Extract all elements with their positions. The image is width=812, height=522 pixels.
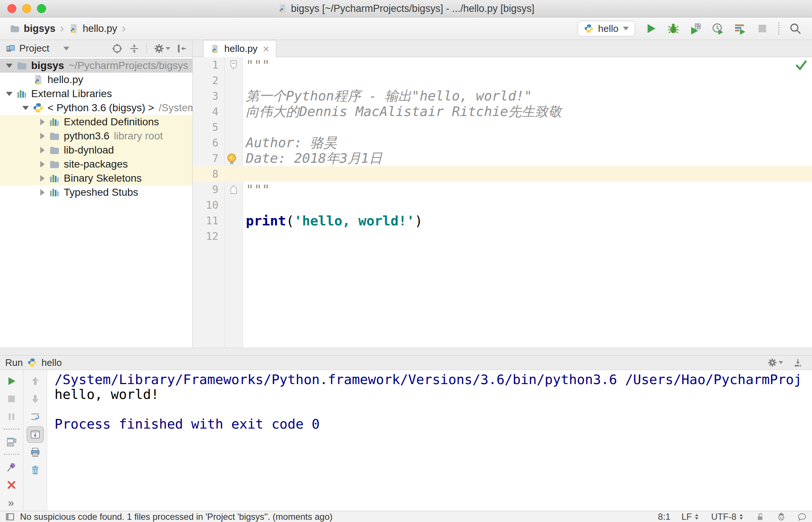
hide-panel-button[interactable] — [176, 42, 187, 56]
run-panel-title[interactable]: Run — [5, 357, 23, 369]
tree-item-hello-py[interactable]: hello.py — [0, 73, 192, 87]
fold-marker-start-icon[interactable] — [224, 60, 243, 70]
search-everywhere-button[interactable] — [788, 22, 802, 36]
scroll-to-end-button[interactable] — [27, 426, 44, 443]
tree-collapsed-arrow-icon[interactable] — [36, 132, 47, 141]
tree-item-label: bigsys — [31, 60, 64, 72]
intention-bulb-icon[interactable] — [225, 152, 239, 166]
stop-button[interactable] — [755, 22, 769, 36]
lib-icon — [49, 173, 60, 184]
tree-collapsed-arrow-icon[interactable] — [36, 174, 47, 183]
code-line-7[interactable]: 7Date: 2018年3月1日 — [193, 151, 812, 166]
line-number: 3 — [193, 90, 224, 102]
pin-tab-button[interactable] — [3, 459, 20, 475]
lock-widget[interactable] — [756, 512, 765, 522]
inspections-ok-icon[interactable] — [795, 59, 808, 71]
tree-item-external-libraries[interactable]: External Libraries — [0, 87, 192, 101]
tree-item-extended-definitions[interactable]: Extended Definitions — [0, 115, 192, 129]
feedback-widget[interactable] — [797, 512, 807, 522]
hide-button[interactable] — [793, 356, 803, 370]
tree-expanded-arrow-icon[interactable] — [20, 103, 31, 112]
tree-item-python3-6[interactable]: python3.6library root — [0, 129, 192, 143]
tree-item-typeshed-stubs[interactable]: Typeshed Stubs — [0, 185, 192, 199]
console-output[interactable]: /System/Library/Frameworks/Python.framew… — [47, 370, 812, 511]
breadcrumb-item-hello-py[interactable]: hello.py — [69, 23, 117, 34]
up-the-stack-trace-button[interactable] — [27, 373, 44, 389]
line-number: 8 — [193, 168, 224, 180]
code-line-8[interactable]: 8 — [193, 166, 812, 182]
python-file-icon — [278, 4, 287, 13]
rerun-button[interactable] — [3, 373, 20, 389]
locate-button[interactable] — [112, 42, 123, 56]
soft-wrap-button[interactable] — [27, 409, 44, 425]
run-button[interactable] — [644, 22, 658, 36]
tree-item-bigsys[interactable]: bigsys~/PycharmProjects/bigsys — [0, 59, 192, 73]
play-icon — [645, 22, 657, 35]
code-line-2[interactable]: 2 — [193, 73, 812, 88]
tab-hello-py[interactable]: hello.py × — [203, 40, 276, 57]
status-message[interactable]: No suspicious code found. 1 files proces… — [20, 512, 333, 522]
splitter[interactable] — [0, 348, 812, 355]
more-button[interactable]: » — [3, 495, 20, 511]
tree-item-site-packages[interactable]: site-packages — [0, 157, 192, 171]
highlighting-level-widget[interactable] — [776, 512, 786, 522]
tree-collapsed-arrow-icon[interactable] — [36, 188, 47, 197]
close-tab-icon[interactable]: × — [263, 43, 270, 54]
code-line-6[interactable]: 6Author: 骆昊 — [193, 135, 812, 151]
code-line-11[interactable]: 11print('hello, world!') — [193, 213, 812, 228]
run-with-coverage-button[interactable] — [689, 22, 703, 36]
tree-item-lib-dynload[interactable]: lib-dynload — [0, 143, 192, 157]
tree-expanded-arrow-icon[interactable] — [4, 89, 15, 98]
editor[interactable]: 1"""23第一个Python程序 - 输出"hello, world!"4向伟… — [193, 57, 812, 348]
code-line-3[interactable]: 3第一个Python程序 - 输出"hello, world!" — [193, 88, 812, 104]
tree-item-python-3-6-bigsys[interactable]: < Python 3.6 (bigsys) >/System — [0, 101, 192, 115]
debug-button[interactable] — [666, 22, 680, 36]
code-segment: """ — [246, 182, 270, 197]
code-text: Date: 2018年3月1日 — [243, 149, 382, 168]
code-line-9[interactable]: 9""" — [193, 182, 812, 197]
python-icon — [33, 102, 44, 113]
run-configuration-select[interactable]: hello — [578, 21, 635, 36]
updown-arrows-icon — [738, 513, 745, 521]
tree-collapsed-arrow-icon[interactable] — [36, 118, 47, 126]
toolbar-separator — [4, 454, 19, 457]
tool-window-switcher-icon[interactable] — [5, 512, 15, 522]
tree-collapsed-arrow-icon[interactable] — [36, 160, 47, 169]
tree-item-binary-skeletons[interactable]: Binary Skeletons — [0, 171, 192, 185]
tree-arrow-spacer — [20, 75, 31, 84]
caret-position-widget[interactable]: 8:1 — [658, 512, 670, 522]
encoding-widget[interactable]: UTF-8 — [711, 512, 745, 522]
close-button[interactable] — [3, 477, 20, 493]
code-line-10[interactable]: 10 — [193, 197, 812, 213]
breadcrumb-item-bigsys[interactable]: bigsys — [10, 23, 56, 34]
settings-button[interactable] — [767, 356, 783, 370]
code-line-5[interactable]: 5 — [193, 119, 812, 135]
code-segment: Author: 骆昊 — [246, 135, 337, 150]
zoom-window-button[interactable] — [37, 4, 46, 13]
minimize-window-button[interactable] — [22, 4, 31, 13]
tree-item-label: site-packages — [64, 158, 128, 170]
fold-start-icon[interactable] — [229, 60, 238, 70]
fold-end-icon[interactable] — [229, 184, 238, 195]
project-tree[interactable]: bigsys~/PycharmProjects/bigsyshello.pyEx… — [0, 57, 192, 199]
close-window-button[interactable] — [7, 4, 16, 13]
code-line-4[interactable]: 4向伟大的Dennis MacAlistair Ritchie先生致敬 — [193, 104, 812, 119]
chevron-down-icon[interactable] — [63, 47, 69, 50]
clear-all-button[interactable] — [27, 462, 44, 478]
restore-layout-button[interactable] — [3, 434, 20, 450]
fold-marker-end-icon[interactable] — [224, 184, 243, 195]
concurrency-diagram-button[interactable] — [733, 22, 747, 36]
stop-button[interactable] — [3, 391, 20, 407]
tree-expanded-arrow-icon[interactable] — [4, 61, 15, 70]
down-the-stack-trace-button[interactable] — [27, 391, 44, 407]
profile-button[interactable] — [711, 22, 725, 36]
code-line-1[interactable]: 1""" — [193, 57, 812, 73]
pause-output-button[interactable] — [3, 409, 20, 425]
code-line-12[interactable]: 12 — [193, 228, 812, 244]
settings-button[interactable] — [154, 42, 170, 56]
tree-collapsed-arrow-icon[interactable] — [36, 146, 47, 155]
line-separator-widget[interactable]: LF — [681, 512, 700, 522]
print-button[interactable] — [27, 444, 44, 460]
project-panel-title[interactable]: Project — [19, 43, 49, 54]
collapse-all-button[interactable] — [129, 42, 140, 56]
